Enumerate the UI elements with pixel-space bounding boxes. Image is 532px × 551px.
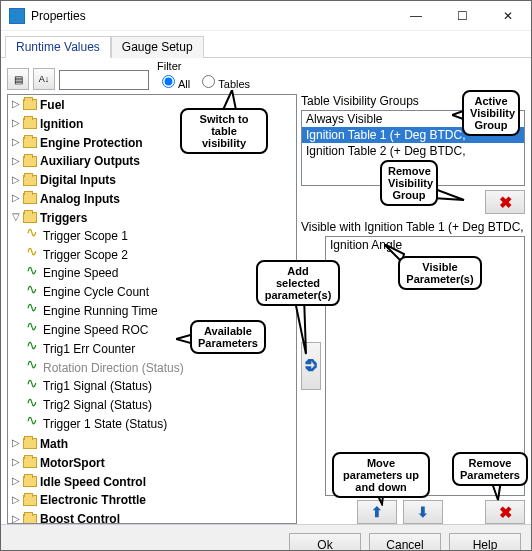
group-always-visible[interactable]: Always Visible — [302, 111, 524, 127]
add-param-column: ⮊ — [301, 236, 321, 496]
add-parameter-button[interactable]: ⮊ — [301, 342, 321, 390]
remove-parameter-button[interactable]: ✖ — [485, 500, 525, 524]
expand-icon[interactable] — [10, 175, 21, 186]
app-icon — [9, 8, 25, 24]
arrow-up-icon: ⬆ — [371, 504, 383, 520]
tree-engine-protection[interactable]: Engine Protection — [10, 133, 296, 152]
dialog-footer: Ok Cancel Help — [1, 524, 531, 551]
expand-icon[interactable] — [10, 137, 21, 148]
visibility-groups-list[interactable]: Always Visible Ignition Table 1 (+ Deg B… — [301, 110, 525, 186]
cancel-button[interactable]: Cancel — [369, 533, 441, 551]
tree-trig1-err-counter[interactable]: Trig1 Err Counter — [26, 339, 296, 358]
wave-icon — [26, 343, 40, 354]
wave-icon — [26, 400, 40, 411]
tree-engine-speed-roc[interactable]: Engine Speed ROC — [26, 320, 296, 339]
group-ignition-table-1[interactable]: Ignition Table 1 (+ Deg BTDC, — [302, 127, 524, 143]
tree-trigger-scope-1[interactable]: Trigger Scope 1 — [26, 226, 296, 245]
expand-icon[interactable] — [10, 118, 21, 129]
tree-motorsport[interactable]: MotorSport — [10, 453, 296, 472]
folder-icon — [23, 175, 37, 186]
tree-math[interactable]: Math — [10, 434, 296, 453]
sort-button[interactable]: A↓ — [33, 68, 55, 90]
left-column: Fuel Ignition Engine Protection Auxiliar… — [7, 94, 297, 524]
expand-icon[interactable] — [10, 457, 21, 468]
tree-trigger-scope-2[interactable]: Trigger Scope 2 — [26, 245, 296, 264]
param-ignition-angle[interactable]: Ignition Angle — [326, 237, 524, 253]
folder-icon — [23, 438, 37, 449]
tree-aux-outputs[interactable]: Auxiliary Outputs — [10, 151, 296, 170]
tab-gauge-setup[interactable]: Gauge Setup — [111, 36, 204, 58]
wave-icon — [26, 324, 40, 335]
tree-trigger1-state[interactable]: Trigger 1 State (Status) — [26, 414, 296, 433]
wave-icon — [26, 249, 40, 260]
move-up-button[interactable]: ⬆ — [357, 500, 397, 524]
folder-icon — [23, 495, 37, 506]
filter-tables[interactable]: Tables — [197, 78, 250, 90]
filter-group: Filter All Tables — [157, 60, 254, 90]
expand-icon[interactable] — [10, 514, 21, 524]
tab-strip: Runtime Values Gauge Setup — [1, 31, 531, 58]
help-button[interactable]: Help — [449, 533, 521, 551]
expand-icon[interactable] — [10, 476, 21, 487]
delete-icon: ✖ — [499, 193, 512, 212]
folder-icon — [23, 99, 37, 110]
tree-digital-inputs[interactable]: Digital Inputs — [10, 170, 296, 189]
categorize-icon: ▤ — [14, 74, 23, 85]
categorize-button[interactable]: ▤ — [7, 68, 29, 90]
wave-icon — [26, 362, 40, 373]
filter-all-radio[interactable] — [162, 75, 175, 88]
tree-idle-speed[interactable]: Idle Speed Control — [10, 472, 296, 491]
expand-icon[interactable] — [10, 99, 21, 110]
tree-ignition[interactable]: Ignition — [10, 114, 296, 133]
move-down-button[interactable]: ⬇ — [403, 500, 443, 524]
close-button[interactable]: ✕ — [485, 1, 531, 31]
arrow-down-icon: ⬇ — [417, 504, 429, 520]
parameter-tree[interactable]: Fuel Ignition Engine Protection Auxiliar… — [7, 94, 297, 524]
window-title: Properties — [31, 9, 393, 23]
tree-electronic-throttle[interactable]: Electronic Throttle — [10, 490, 296, 509]
visible-parameters-list[interactable]: Ignition Angle — [325, 236, 525, 496]
expand-icon[interactable] — [10, 495, 21, 506]
maximize-button[interactable]: ☐ — [439, 1, 485, 31]
tree-triggers[interactable]: Triggers Trigger Scope 1 Trigger Scope 2… — [10, 208, 296, 434]
folder-icon — [23, 118, 37, 129]
filter-label: Filter — [157, 60, 254, 72]
remove-group-button[interactable]: ✖ — [485, 190, 525, 214]
collapse-icon[interactable] — [10, 212, 21, 223]
filter-all[interactable]: All — [157, 78, 190, 90]
folder-icon — [23, 476, 37, 487]
search-input[interactable] — [59, 70, 149, 90]
delete-icon: ✖ — [499, 503, 512, 522]
folder-icon — [23, 193, 37, 204]
filter-tables-radio[interactable] — [202, 75, 215, 88]
tree-rotation-direction[interactable]: Rotation Direction (Status) — [26, 358, 296, 377]
tree-engine-cycle-count[interactable]: Engine Cycle Count — [26, 282, 296, 301]
tree-engine-speed[interactable]: Engine Speed — [26, 263, 296, 282]
folder-icon — [23, 514, 37, 524]
tab-runtime-values[interactable]: Runtime Values — [5, 36, 111, 58]
folder-icon — [23, 457, 37, 468]
tree-analog-inputs[interactable]: Analog Inputs — [10, 189, 296, 208]
wave-icon — [26, 418, 40, 429]
minimize-button[interactable]: — — [393, 1, 439, 31]
sort-icon: A↓ — [39, 74, 50, 84]
titlebar: Properties — ☐ ✕ — [1, 1, 531, 31]
tree-fuel[interactable]: Fuel — [10, 95, 296, 114]
visibility-groups-label: Table Visibility Groups — [301, 94, 525, 108]
tree-boost-control[interactable]: Boost Control — [10, 509, 296, 524]
expand-icon[interactable] — [10, 156, 21, 167]
ok-button[interactable]: Ok — [289, 533, 361, 551]
tree-engine-running-time[interactable]: Engine Running Time — [26, 301, 296, 320]
expand-icon[interactable] — [10, 438, 21, 449]
folder-icon — [23, 156, 37, 167]
wave-icon — [26, 381, 40, 392]
maximize-icon: ☐ — [457, 9, 468, 23]
group-ignition-table-2[interactable]: Ignition Table 2 (+ Deg BTDC, — [302, 143, 524, 159]
tree-trig1-signal[interactable]: Trig1 Signal (Status) — [26, 376, 296, 395]
wave-icon — [26, 287, 40, 298]
tree-trig2-signal[interactable]: Trig2 Signal (Status) — [26, 395, 296, 414]
wave-icon — [26, 230, 40, 241]
expand-icon[interactable] — [10, 193, 21, 204]
minimize-icon: — — [410, 9, 422, 23]
arrow-right-icon: ⮊ — [304, 358, 318, 374]
